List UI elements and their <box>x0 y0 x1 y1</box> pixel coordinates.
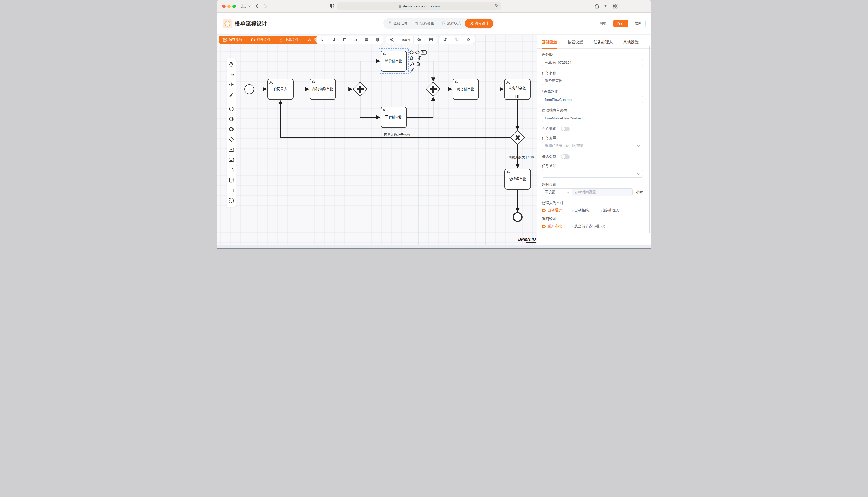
hand-tool-icon[interactable] <box>229 61 234 68</box>
create-end-event-icon[interactable] <box>229 127 234 133</box>
redo-icon[interactable]: ↻ <box>451 37 463 43</box>
countersign-toggle[interactable] <box>561 154 570 159</box>
align-right-icon[interactable] <box>328 36 339 44</box>
share-icon[interactable] <box>594 4 600 9</box>
align-middle-icon[interactable] <box>361 36 372 44</box>
space-tool-icon[interactable] <box>229 82 234 88</box>
create-intermediate-event-icon[interactable] <box>229 116 234 123</box>
zoom-window-button[interactable] <box>233 5 236 8</box>
open-file-button[interactable]: 打开文件 <box>247 36 275 44</box>
back-icon[interactable] <box>255 4 259 9</box>
tab-task-assignee[interactable]: 任务处理人 <box>593 40 613 48</box>
timeout-value-input[interactable]: 超时时间设置 <box>572 189 632 196</box>
tab-flow-variables[interactable]: 流程变量 <box>411 18 438 29</box>
form-route-input[interactable] <box>542 96 643 103</box>
tab-overview-icon[interactable] <box>613 4 618 9</box>
task-gm[interactable]: 总经理审批 <box>505 169 531 189</box>
task-name-label: 任务名称 <box>542 71 643 75</box>
mobile-form-route-input[interactable] <box>542 114 643 122</box>
append-end-event-icon[interactable] <box>410 51 413 54</box>
fit-viewport-icon[interactable] <box>425 36 437 44</box>
radio-from-current-node[interactable]: 从当前节点审批 <box>569 224 605 229</box>
append-intermediate-event-icon[interactable] <box>410 57 413 60</box>
tab-other-settings[interactable]: 其他设置 <box>623 40 638 48</box>
lasso-tool-icon[interactable] <box>229 72 234 78</box>
append-gateway-icon[interactable] <box>415 51 419 54</box>
save-button[interactable]: 保存 <box>613 19 628 27</box>
edge-label-lt40[interactable]: 同意人数小于40% <box>384 133 410 137</box>
forward-icon[interactable] <box>264 4 267 9</box>
timeout-type-select[interactable]: 不设置 <box>542 189 572 196</box>
chevron-down-icon[interactable] <box>248 5 250 7</box>
create-start-event-icon[interactable] <box>229 106 234 113</box>
align-left-icon[interactable] <box>317 36 328 44</box>
create-subprocess-icon[interactable] <box>229 157 234 164</box>
tab-flow-status[interactable]: 流程状态 <box>438 18 465 29</box>
flow-gateway1-to-eng[interactable] <box>360 96 380 117</box>
radio-auto-approve[interactable]: 自动通过 <box>542 208 562 213</box>
start-event[interactable] <box>245 85 254 94</box>
switch-button[interactable]: 切换 <box>596 19 610 27</box>
tab-label: 基础信息 <box>394 21 408 26</box>
append-user-task-icon[interactable] <box>421 51 426 55</box>
align-bottom-icon[interactable] <box>350 36 361 44</box>
tab-button-settings[interactable]: 按钮设置 <box>568 40 583 48</box>
task-dept-lead[interactable]: 部门领导审批 <box>310 79 336 100</box>
radio-restart-approval[interactable]: 重新审批 <box>542 224 562 229</box>
change-type-wrench-icon[interactable] <box>410 63 414 66</box>
save-flow-button[interactable]: 保存流程 <box>219 36 247 44</box>
flow-eng-to-gateway2[interactable] <box>407 97 433 117</box>
undo-icon[interactable]: ↺ <box>439 37 451 43</box>
task-variable-select[interactable]: 选择任务节点使用的变量 <box>542 142 643 150</box>
tab-basic-settings[interactable]: 基础设置 <box>542 40 557 49</box>
parallel-gateway-1[interactable] <box>353 82 367 96</box>
append-text-annotation-icon[interactable] <box>416 57 421 60</box>
create-participant-icon[interactable] <box>229 188 234 194</box>
task-notify-select[interactable] <box>542 170 643 178</box>
task-cost-selected[interactable]: 造价部审批 <box>379 49 409 73</box>
radio-assign-handler[interactable]: 指定处理人 <box>595 208 619 213</box>
new-tab-icon[interactable]: + <box>604 3 607 9</box>
create-group-icon[interactable] <box>229 198 234 204</box>
tab-flow-design[interactable]: 流程设计 <box>465 19 493 28</box>
bpmn-canvas[interactable]: 同意人数小于40% 同意人数大于40% 合同录入 部门领导审批 <box>217 34 537 245</box>
task-entry[interactable]: 合同录入 <box>267 79 293 100</box>
task-finance[interactable]: 财务部审批 <box>453 79 479 100</box>
delete-trash-icon[interactable] <box>417 63 420 66</box>
task-legal-countersign[interactable]: 法务部会签 <box>505 79 530 100</box>
global-connect-tool-icon[interactable] <box>229 92 234 98</box>
task-name-input[interactable] <box>542 77 643 85</box>
create-data-store-icon[interactable] <box>229 178 234 184</box>
task-id-input[interactable] <box>542 58 643 66</box>
create-data-object-icon[interactable] <box>229 167 234 174</box>
create-gateway-icon[interactable] <box>229 137 234 143</box>
flow-gateway1-to-cost[interactable] <box>360 61 380 82</box>
edge-label-gt40[interactable]: 同意人数大于40% <box>509 155 534 159</box>
flow-cost-to-gateway2[interactable] <box>407 61 433 81</box>
close-window-button[interactable] <box>222 5 225 8</box>
download-file-button[interactable]: 下载文件 <box>275 36 303 44</box>
align-center-icon[interactable] <box>372 36 383 44</box>
zoom-level[interactable]: 100% <box>398 38 413 42</box>
create-user-task-icon[interactable] <box>229 147 234 153</box>
zoom-in-icon[interactable] <box>413 36 425 44</box>
privacy-shield-icon[interactable] <box>330 4 335 9</box>
allow-edit-toggle[interactable] <box>561 127 570 131</box>
zoom-out-icon[interactable] <box>386 36 398 44</box>
align-top-icon[interactable] <box>339 36 350 44</box>
panel-scrollbar[interactable] <box>649 46 650 233</box>
address-bar[interactable]: demo.orangeforms.com ↻ <box>337 2 501 10</box>
reload-icon[interactable]: ↻ <box>495 3 498 8</box>
parallel-gateway-2[interactable] <box>426 82 440 96</box>
tab-basic-info[interactable]: 基础信息 <box>384 18 411 29</box>
connect-tool-icon[interactable] <box>410 68 414 72</box>
exclusive-gateway[interactable] <box>511 131 525 145</box>
sidebar-icon[interactable] <box>241 4 246 8</box>
back-button[interactable]: 返回 <box>631 19 646 27</box>
minimize-window-button[interactable] <box>227 5 231 8</box>
refresh-icon[interactable]: ⟳ <box>463 37 474 43</box>
radio-auto-reject[interactable]: 自动拒绝 <box>569 208 589 213</box>
task-eng[interactable]: 工程部审批 <box>381 107 407 128</box>
end-event[interactable] <box>513 213 522 222</box>
bpmn-io-watermark[interactable]: BPMN.iO <box>518 237 536 243</box>
